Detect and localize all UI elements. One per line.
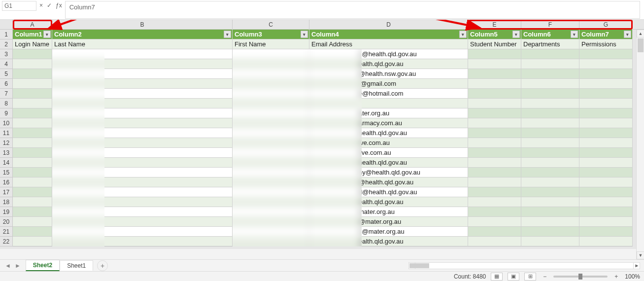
cancel-icon[interactable]: × <box>39 2 43 9</box>
cell[interactable] <box>521 187 579 197</box>
cell[interactable] <box>579 59 633 69</box>
row-header[interactable]: 8 <box>0 99 13 108</box>
cell[interactable] <box>468 49 521 59</box>
cell[interactable] <box>579 177 633 187</box>
row-header[interactable]: 7 <box>0 89 13 99</box>
cell[interactable] <box>468 89 521 99</box>
cell[interactable] <box>468 207 521 217</box>
col-header-C[interactable]: C <box>233 20 309 29</box>
tab-nav-prev-icon[interactable]: ◄ <box>5 262 11 269</box>
cell[interactable] <box>468 108 521 118</box>
filter-dropdown-icon[interactable]: ▾ <box>301 31 308 38</box>
cell[interactable] <box>521 128 579 138</box>
cell[interactable] <box>13 89 52 99</box>
cell[interactable] <box>579 79 633 89</box>
cell[interactable] <box>521 108 579 118</box>
scroll-thumb[interactable] <box>409 263 429 268</box>
row-header[interactable]: 15 <box>0 168 13 177</box>
cell[interactable] <box>579 168 633 177</box>
confirm-icon[interactable]: ✓ <box>47 2 52 9</box>
scroll-right-icon[interactable]: ► <box>633 263 640 269</box>
row-header[interactable]: 14 <box>0 158 13 168</box>
cell[interactable] <box>468 99 521 108</box>
row-header[interactable]: 13 <box>0 148 13 158</box>
sub-header-cell[interactable]: Departments <box>521 39 579 49</box>
cell[interactable] <box>521 79 579 89</box>
cell[interactable] <box>468 217 521 227</box>
cell[interactable] <box>468 187 521 197</box>
row-header[interactable]: 18 <box>0 197 13 207</box>
cell[interactable] <box>521 49 579 59</box>
cell[interactable] <box>468 227 521 237</box>
fx-icon[interactable]: ƒx <box>56 2 62 9</box>
name-box[interactable]: G1 <box>2 1 36 11</box>
row-header[interactable]: 4 <box>0 59 13 69</box>
filter-dropdown-icon[interactable]: ▾ <box>624 31 631 38</box>
zoom-slider[interactable] <box>553 276 608 278</box>
cell[interactable] <box>13 148 52 158</box>
sub-header-cell[interactable]: Student Number <box>468 39 521 49</box>
new-sheet-button[interactable]: + <box>97 260 108 271</box>
row-header[interactable]: 2 <box>0 39 13 49</box>
filter-dropdown-icon[interactable]: ▾ <box>43 31 51 38</box>
filter-dropdown-icon[interactable]: ▾ <box>571 31 578 38</box>
row-header[interactable]: 21 <box>0 227 13 237</box>
cell[interactable] <box>521 138 579 148</box>
cell[interactable] <box>13 59 52 69</box>
cell[interactable] <box>521 59 579 69</box>
scroll-thumb[interactable] <box>638 38 644 52</box>
cell[interactable] <box>579 207 633 217</box>
cell[interactable] <box>579 89 633 99</box>
cell[interactable] <box>468 168 521 177</box>
cell[interactable]: Column6▾ <box>521 30 579 39</box>
sub-header-cell[interactable]: Last Name <box>52 39 233 49</box>
scroll-down-icon[interactable]: ▼ <box>637 251 644 259</box>
cell[interactable] <box>468 69 521 79</box>
formula-input[interactable]: Column7 <box>65 1 640 19</box>
row-header[interactable]: 1 <box>0 30 13 39</box>
row-header[interactable]: 3 <box>0 49 13 59</box>
view-page-layout-icon[interactable]: ▣ <box>508 273 519 281</box>
cell[interactable] <box>13 118 52 128</box>
cell[interactable] <box>468 237 521 246</box>
cell[interactable] <box>579 49 633 59</box>
sub-header-cell[interactable]: Email Address <box>309 39 468 49</box>
cell[interactable] <box>579 158 633 168</box>
select-all-corner[interactable] <box>0 20 13 30</box>
row-header[interactable]: 5 <box>0 69 13 79</box>
cell[interactable] <box>521 217 579 227</box>
cell[interactable] <box>521 227 579 237</box>
cell[interactable] <box>13 227 52 237</box>
cell[interactable] <box>521 69 579 79</box>
cell[interactable] <box>579 118 633 128</box>
row-header[interactable]: 12 <box>0 138 13 148</box>
sub-header-cell[interactable]: Login Name <box>13 39 52 49</box>
sub-header-cell[interactable]: Permissions <box>579 39 633 49</box>
cell[interactable] <box>468 138 521 148</box>
scroll-up-icon[interactable]: ▲ <box>637 30 644 37</box>
cell[interactable]: Column3▾ <box>233 30 309 39</box>
row-header[interactable]: 19 <box>0 207 13 217</box>
zoom-level[interactable]: 100% <box>625 273 640 280</box>
cell[interactable] <box>521 89 579 99</box>
filter-dropdown-icon[interactable]: ▾ <box>512 31 520 38</box>
cell[interactable] <box>521 99 579 108</box>
cell[interactable] <box>13 128 52 138</box>
cell[interactable] <box>521 197 579 207</box>
cell[interactable] <box>13 99 52 108</box>
cell[interactable] <box>521 207 579 217</box>
zoom-out-button[interactable]: − <box>541 273 548 280</box>
cell[interactable] <box>521 237 579 246</box>
tab-nav-next-icon[interactable]: ► <box>15 262 21 269</box>
cell[interactable] <box>579 187 633 197</box>
cell[interactable] <box>468 148 521 158</box>
cell[interactable] <box>579 237 633 246</box>
row-header[interactable]: 16 <box>0 177 13 187</box>
row-header[interactable]: 17 <box>0 187 13 197</box>
cell[interactable] <box>13 217 52 227</box>
cell[interactable] <box>521 158 579 168</box>
cell[interactable] <box>579 197 633 207</box>
sheet-tab[interactable]: Sheet1 <box>60 260 93 271</box>
cell[interactable] <box>468 59 521 69</box>
cell[interactable] <box>579 217 633 227</box>
